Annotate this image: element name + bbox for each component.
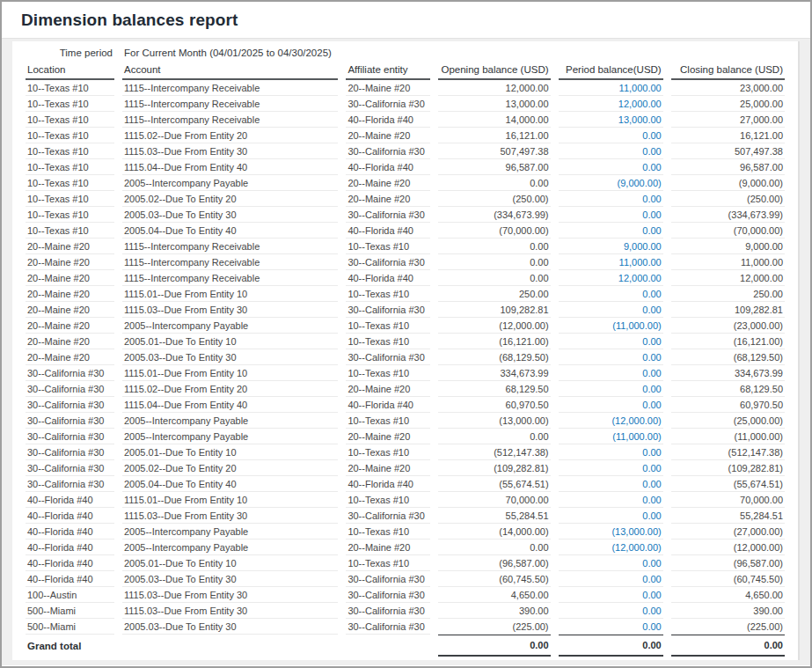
cell-closing-balance: 334,673.99 [671, 365, 785, 381]
cell-closing-balance: 68,129.50 [671, 381, 785, 397]
cell-period-balance[interactable]: 0.00 [559, 191, 663, 207]
cell-period-balance[interactable]: 9,000.00 [559, 239, 663, 254]
cell-account: 2005--Intercompany Payable [122, 540, 338, 555]
cell-closing-balance: 23,000.00 [671, 80, 785, 96]
cell-location: 40--Florida #40 [26, 555, 114, 571]
cell-location: 30--California #30 [26, 460, 114, 476]
time-period-row: Time period For Current Month (04/01/202… [26, 43, 785, 62]
cell-closing-balance: (334,673.99) [671, 207, 785, 223]
cell-location: 10--Texas #10 [26, 223, 114, 239]
cell-opening-balance: 334,673.99 [438, 365, 550, 381]
cell-period-balance[interactable]: 0.00 [559, 444, 663, 460]
cell-affiliate-entity: 20--Maine #20 [346, 429, 430, 444]
cell-period-balance[interactable]: 0.00 [559, 603, 663, 619]
cell-location: 20--Maine #20 [26, 286, 114, 302]
cell-affiliate-entity: 10--Texas #10 [346, 524, 430, 540]
cell-period-balance[interactable]: 0.00 [559, 460, 663, 476]
cell-affiliate-entity: 40--Florida #40 [346, 270, 430, 286]
cell-closing-balance: (60,745.50) [671, 571, 785, 587]
cell-account: 2005--Intercompany Payable [122, 524, 338, 540]
cell-affiliate-entity: 30--California #30 [346, 571, 430, 587]
cell-period-balance[interactable]: 0.00 [559, 476, 663, 492]
cell-period-balance[interactable]: 0.00 [559, 223, 663, 239]
table-row: 30--California #302005--Intercompany Pay… [26, 413, 785, 429]
cell-period-balance[interactable]: 0.00 [559, 571, 663, 587]
cell-period-balance[interactable]: (11,000.00) [559, 318, 663, 334]
table-row: 10--Texas #101115--Intercompany Receivab… [26, 112, 785, 128]
table-row: 20--Maine #202005--Intercompany Payable1… [26, 318, 785, 334]
cell-period-balance[interactable]: 0.00 [559, 334, 663, 349]
cell-opening-balance: (96,587.00) [438, 555, 550, 571]
cell-account: 2005--Intercompany Payable [122, 413, 338, 429]
cell-closing-balance: 250.00 [671, 286, 785, 302]
cell-opening-balance: 0.00 [438, 540, 550, 555]
cell-account: 2005.03--Due To Entity 30 [122, 207, 338, 223]
cell-account: 1115.04--Due From Entity 40 [122, 159, 338, 175]
cell-period-balance[interactable]: 12,000.00 [559, 96, 663, 112]
cell-period-balance[interactable]: 0.00 [559, 207, 663, 223]
cell-location: 40--Florida #40 [26, 571, 114, 587]
cell-period-balance[interactable]: 12,000.00 [559, 270, 663, 286]
cell-period-balance[interactable]: 13,000.00 [559, 112, 663, 128]
cell-period-balance[interactable]: 0.00 [559, 143, 663, 159]
cell-period-balance[interactable]: 11,000.00 [559, 254, 663, 270]
column-header-location: Location [26, 62, 114, 80]
table-row: 10--Texas #101115.02--Due From Entity 20… [26, 128, 785, 143]
cell-location: 500--Miami [26, 603, 114, 619]
cell-period-balance[interactable]: 0.00 [559, 508, 663, 524]
time-period-value: For Current Month (04/01/2025 to 04/30/2… [122, 43, 785, 62]
table-row: 30--California #302005--Intercompany Pay… [26, 429, 785, 444]
cell-period-balance[interactable]: 0.00 [559, 286, 663, 302]
cell-account: 1115--Intercompany Receivable [122, 80, 338, 96]
cell-account: 1115.03--Due From Entity 30 [122, 508, 338, 524]
cell-closing-balance: 16,121.00 [671, 128, 785, 143]
cell-account: 1115.01--Due From Entity 10 [122, 492, 338, 508]
cell-period-balance[interactable]: (12,000.00) [559, 413, 663, 429]
column-header-period-balance: Period balance(USD) [559, 62, 663, 80]
cell-opening-balance: (68,129.50) [438, 349, 550, 365]
cell-closing-balance: (11,000.00) [671, 429, 785, 444]
cell-opening-balance: 0.00 [438, 429, 550, 444]
cell-period-balance[interactable]: 0.00 [559, 587, 663, 603]
table-row: 40--Florida #402005.03--Due To Entity 30… [26, 571, 785, 587]
cell-period-balance[interactable]: 0.00 [559, 397, 663, 413]
cell-location: 30--California #30 [26, 397, 114, 413]
cell-period-balance[interactable]: 0.00 [559, 365, 663, 381]
column-header-row: Location Account Affiliate entity Openin… [26, 62, 785, 80]
cell-location: 10--Texas #10 [26, 128, 114, 143]
cell-account: 2005.01--Due To Entity 10 [122, 555, 338, 571]
table-row: 10--Texas #101115.03--Due From Entity 30… [26, 143, 785, 159]
cell-opening-balance: (334,673.99) [438, 207, 550, 223]
cell-period-balance[interactable]: 0.00 [559, 555, 663, 571]
grand-total-period-balance: 0.00 [559, 635, 663, 657]
cell-location: 10--Texas #10 [26, 143, 114, 159]
table-row: 500--Miami1115.03--Due From Entity 3030-… [26, 603, 785, 619]
cell-period-balance[interactable]: 0.00 [559, 619, 663, 635]
cell-account: 1115.03--Due From Entity 30 [122, 143, 338, 159]
cell-period-balance[interactable]: (9,000.00) [559, 175, 663, 191]
cell-affiliate-entity: 20--Maine #20 [346, 540, 430, 555]
cell-opening-balance: 16,121.00 [438, 128, 550, 143]
cell-period-balance[interactable]: (13,000.00) [559, 524, 663, 540]
cell-location: 40--Florida #40 [26, 524, 114, 540]
cell-period-balance[interactable]: 0.00 [559, 349, 663, 365]
table-row: 500--Miami2005.03--Due To Entity 3030--C… [26, 619, 785, 635]
cell-affiliate-entity: 10--Texas #10 [346, 365, 430, 381]
cell-location: 10--Texas #10 [26, 191, 114, 207]
cell-opening-balance: (250.00) [438, 191, 550, 207]
cell-period-balance[interactable]: 0.00 [559, 302, 663, 318]
cell-opening-balance: 70,000.00 [438, 492, 550, 508]
cell-period-balance[interactable]: (12,000.00) [559, 540, 663, 555]
cell-location: 30--California #30 [26, 444, 114, 460]
cell-period-balance[interactable]: 11,000.00 [559, 80, 663, 96]
cell-period-balance[interactable]: 0.00 [559, 492, 663, 508]
cell-period-balance[interactable]: 0.00 [559, 381, 663, 397]
cell-location: 20--Maine #20 [26, 239, 114, 254]
cell-period-balance[interactable]: 0.00 [559, 128, 663, 143]
cell-location: 10--Texas #10 [26, 159, 114, 175]
cell-period-balance[interactable]: (11,000.00) [559, 429, 663, 444]
cell-closing-balance: (16,121.00) [671, 334, 785, 349]
cell-location: 10--Texas #10 [26, 112, 114, 128]
cell-period-balance[interactable]: 0.00 [559, 159, 663, 175]
cell-closing-balance: (9,000.00) [671, 175, 785, 191]
